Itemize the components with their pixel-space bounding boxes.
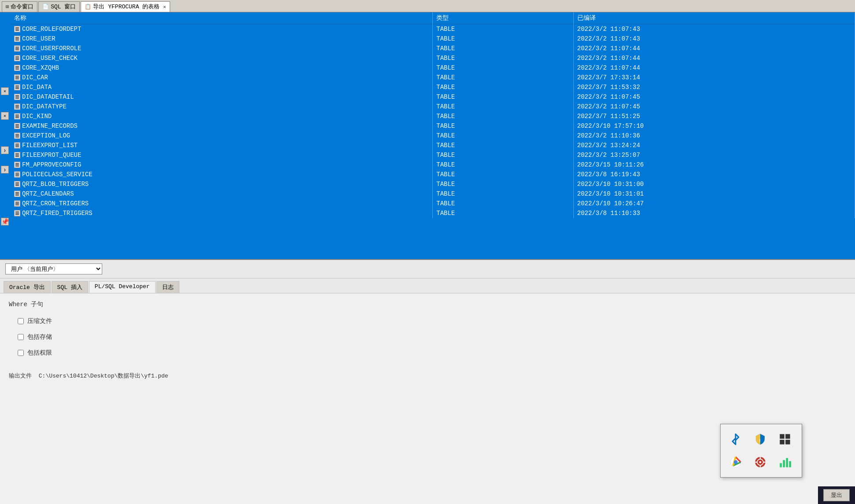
close-btn-2[interactable]: ✕	[1, 112, 9, 120]
tray-bluetooth-icon[interactable]	[726, 430, 745, 449]
close-btn-1[interactable]: ✕	[1, 87, 9, 95]
checkbox-compress[interactable]	[18, 318, 24, 324]
tab-log[interactable]: 日志	[156, 281, 179, 293]
checkbox-include-storage[interactable]	[18, 334, 24, 340]
row-icon	[14, 210, 20, 216]
user-selector[interactable]: 用户 〈当前用户〉	[5, 263, 102, 274]
cell-type: TABLE	[433, 131, 573, 141]
output-file-row: 输出文件 C:\Users\10412\Desktop\数据导出\yf1.pde	[9, 372, 846, 380]
table-row[interactable]: FILEEXPROT_LISTTABLE2022/3/2 13:24:24	[11, 141, 855, 150]
cell-type: TABLE	[433, 160, 573, 170]
table-row[interactable]: POLICECLASS_SERVICETABLE2022/3/8 16:19:4…	[11, 170, 855, 179]
table-row[interactable]: DIC_KINDTABLE2022/3/7 11:51:25	[11, 111, 855, 121]
table-row[interactable]: DIC_CARTABLE2022/3/7 17:33:14	[11, 73, 855, 82]
cell-name: CORE_ROLEFORDEPT	[11, 24, 433, 34]
cell-name: EXCEPTION_LOG	[11, 131, 433, 141]
tab-cmd[interactable]: ⊞ 命令窗口	[2, 1, 37, 12]
row-icon	[14, 65, 20, 71]
cell-name: CORE_USERFORROLE	[11, 44, 433, 53]
row-icon	[14, 55, 20, 61]
tab-sql-insert[interactable]: SQL 插入	[52, 281, 88, 293]
tab-plsql-developer[interactable]: PL/SQL Developer	[89, 281, 156, 293]
tab-sql-insert-label: SQL 插入	[57, 284, 82, 291]
cell-name: CORE_USER	[11, 34, 433, 44]
row-icon	[14, 94, 20, 100]
table-row[interactable]: CORE_ROLEFORDEPTTABLE2022/3/2 11:07:43	[11, 24, 855, 34]
table-row[interactable]: DIC_DATATYPETABLE2022/3/2 11:07:45	[11, 102, 855, 111]
cell-type: TABLE	[433, 121, 573, 131]
table-row[interactable]: DIC_DATATABLE2022/3/7 11:53:32	[11, 82, 855, 92]
cell-compiled: 2022/3/7 11:51:25	[573, 111, 855, 121]
cell-type: TABLE	[433, 82, 573, 92]
show-button[interactable]: 显出	[823, 489, 850, 501]
table-row[interactable]: CORE_USER_CHECKTABLE2022/3/2 11:07:44	[11, 53, 855, 63]
cell-compiled: 2022/3/2 11:07:44	[573, 53, 855, 63]
row-icon	[14, 45, 20, 52]
col-header-name: 名称	[11, 12, 433, 24]
table-row[interactable]: QRTZ_BLOB_TRIGGERSTABLE2022/3/10 10:31:0…	[11, 179, 855, 189]
cell-name: QRTZ_FIRED_TRIGGERS	[11, 208, 433, 218]
cell-compiled: 2022/3/2 13:24:24	[573, 141, 855, 150]
tab-oracle-label: Oracle 导出	[9, 284, 45, 291]
table-area: 名称 类型 已编译 CORE_ROLEFORDEPTTABLE2022/3/2 …	[0, 12, 855, 259]
cell-compiled: 2022/3/2 11:07:45	[573, 102, 855, 111]
pin-btn[interactable]: 📌	[1, 218, 9, 226]
cell-compiled: 2022/3/2 11:07:44	[573, 44, 855, 53]
tab-plsql-label: PL/SQL Developer	[95, 283, 150, 290]
row-icon	[14, 123, 20, 129]
cell-name: QRTZ_BLOB_TRIGGERS	[11, 179, 433, 189]
tab-sql[interactable]: 📄 SQL 窗口	[38, 1, 80, 12]
arrow-btn-1[interactable]: ❯	[1, 146, 9, 154]
row-icon	[14, 84, 20, 90]
row-icon	[14, 113, 20, 119]
tab-export[interactable]: 📋 导出 YFPROCURA 的表格 ✕	[81, 1, 170, 12]
tray-chrome-icon[interactable]	[726, 452, 745, 472]
cell-type: TABLE	[433, 208, 573, 218]
table-row[interactable]: CORE_XZQHBTABLE2022/3/2 11:07:44	[11, 63, 855, 73]
cell-name: DIC_CAR	[11, 73, 433, 82]
tab-oracle-export[interactable]: Oracle 导出	[4, 281, 51, 293]
cell-name: DIC_DATADETAIL	[11, 92, 433, 102]
row-icon	[14, 74, 20, 81]
table-row[interactable]: QRTZ_CALENDARSTABLE2022/3/10 10:31:01	[11, 189, 855, 199]
tray-chart-icon[interactable]	[775, 452, 795, 472]
table-row[interactable]: QRTZ_CRON_TRIGGERSTABLE2022/3/10 10:26:4…	[11, 199, 855, 208]
tab-log-label: 日志	[162, 284, 174, 291]
svg-rect-15	[780, 463, 782, 467]
row-icon	[14, 142, 20, 148]
arrow-btn-2[interactable]: ❯	[1, 166, 9, 174]
tray-windows-security-icon[interactable]: !	[751, 430, 770, 449]
cell-name: DIC_DATATYPE	[11, 102, 433, 111]
checkbox-include-permission[interactable]	[18, 350, 24, 356]
close-icon[interactable]: ✕	[163, 4, 166, 10]
cell-type: TABLE	[433, 73, 573, 82]
row-icon	[14, 171, 20, 178]
cell-compiled: 2022/3/10 10:26:47	[573, 199, 855, 208]
table-row[interactable]: CORE_USERFORROLETABLE2022/3/2 11:07:44	[11, 44, 855, 53]
tray-app1-icon[interactable]	[751, 452, 770, 472]
cell-type: TABLE	[433, 111, 573, 121]
cell-compiled: 2022/3/2 11:07:43	[573, 24, 855, 34]
checkbox-permission-label: 包括权限	[27, 349, 52, 357]
bottom-tabs: Oracle 导出 SQL 插入 PL/SQL Developer 日志	[0, 278, 855, 293]
table-row[interactable]: FM_APPROVECONFIGTABLE2022/3/15 10:11:26	[11, 160, 855, 170]
cell-type: TABLE	[433, 63, 573, 73]
table-row[interactable]: QRTZ_FIRED_TRIGGERSTABLE2022/3/8 11:10:3…	[11, 208, 855, 218]
taskbar: 显出	[818, 486, 855, 504]
tray-windows-logo-icon[interactable]	[775, 430, 795, 449]
svg-rect-1	[780, 434, 784, 439]
cell-name: FM_APPROVECONFIG	[11, 160, 433, 170]
table-row[interactable]: EXAMINE_RECORDSTABLE2022/3/10 17:57:10	[11, 121, 855, 131]
cell-compiled: 2022/3/8 16:19:43	[573, 170, 855, 179]
where-clause-label: Where 子句	[9, 300, 846, 308]
table-row[interactable]: FILEEXPROT_QUEUETABLE2022/3/2 13:25:07	[11, 150, 855, 160]
cell-compiled: 2022/3/2 11:07:45	[573, 92, 855, 102]
table-row[interactable]: CORE_USERTABLE2022/3/2 11:07:43	[11, 34, 855, 44]
cell-name: CORE_USER_CHECK	[11, 53, 433, 63]
cell-name: FILEEXPROT_LIST	[11, 141, 433, 150]
table-row[interactable]: DIC_DATADETAILTABLE2022/3/2 11:07:45	[11, 92, 855, 102]
cell-compiled: 2022/3/10 10:31:01	[573, 189, 855, 199]
export-icon: 📋	[85, 4, 91, 10]
row-icon	[14, 133, 20, 139]
table-row[interactable]: EXCEPTION_LOGTABLE2022/3/2 11:10:36	[11, 131, 855, 141]
